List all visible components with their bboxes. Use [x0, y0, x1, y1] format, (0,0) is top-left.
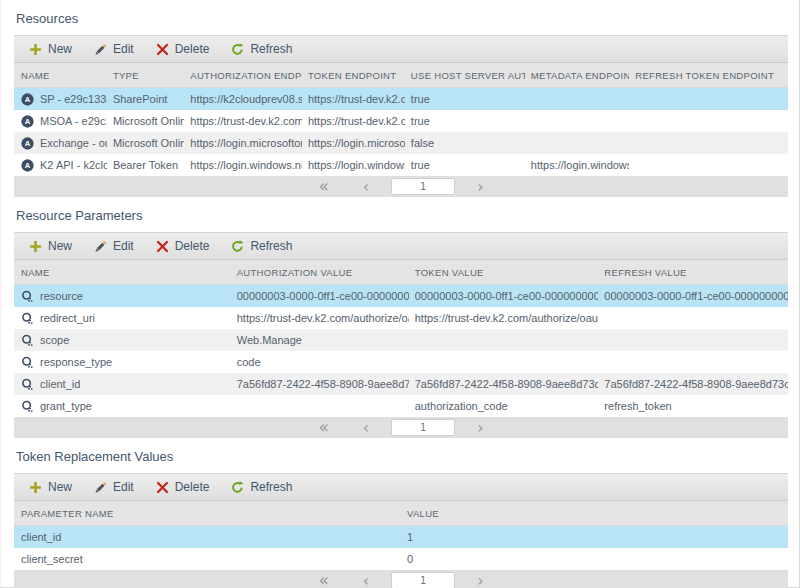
- refresh-button-label: Refresh: [250, 480, 292, 494]
- table-cell: https://login.windows...: [302, 159, 405, 171]
- token-replacement-values-table-header: PARAMETER NAMEVALUE: [14, 501, 788, 526]
- table-row[interactable]: response_typecode: [14, 351, 788, 373]
- edit-button[interactable]: Edit: [83, 36, 145, 62]
- delete-button[interactable]: Delete: [145, 233, 221, 259]
- resources-table-header: NAMETYPEAUTHORIZATION ENDPOI...TOKEN END…: [14, 63, 788, 88]
- refresh-icon: [231, 481, 244, 494]
- parameter-icon: [21, 312, 34, 325]
- refresh-button[interactable]: Refresh: [220, 36, 303, 62]
- pager-first-page-button[interactable]: «: [300, 419, 344, 436]
- column-header[interactable]: NAME: [14, 267, 231, 278]
- table-cell: true: [405, 115, 525, 127]
- column-header[interactable]: AUTHORIZATION VALUE: [231, 267, 409, 278]
- parameter-icon: [21, 400, 34, 413]
- table-row[interactable]: resource00000003-0000-0ff1-ce00-00000000…: [14, 285, 788, 307]
- pager-previous-page-button[interactable]: ‹: [345, 573, 387, 588]
- refresh-button-label: Refresh: [250, 42, 292, 56]
- delete-button-label: Delete: [175, 42, 210, 56]
- column-header[interactable]: METADATA ENDPOINT: [525, 70, 629, 81]
- refresh-button-label: Refresh: [250, 239, 292, 253]
- column-header[interactable]: USE HOST SERVER AUTH...: [405, 70, 525, 81]
- parameter-icon: [21, 334, 34, 347]
- table-cell: resource: [14, 290, 231, 303]
- new-button[interactable]: New: [18, 36, 83, 62]
- pager-next-page-button[interactable]: ›: [459, 420, 501, 436]
- token-replacement-values-table: NewEditDeleteRefresh PARAMETER NAMEVALUE…: [14, 473, 788, 588]
- new-button[interactable]: New: [18, 233, 83, 259]
- table-cell: 7a56fd87-2422-4f58-8908-9aee8d73cc9a: [231, 378, 409, 390]
- row-name: client_id: [40, 378, 80, 390]
- pager-previous-page-button[interactable]: ‹: [345, 420, 387, 436]
- table-cell: authorization_code: [409, 400, 599, 412]
- table-row[interactable]: AK2 API - k2clou...Bearer Tokenhttps://l…: [14, 154, 788, 176]
- table-cell: response_type: [14, 356, 231, 369]
- table-row[interactable]: redirect_urihttps://trust-dev.k2.com/aut…: [14, 307, 788, 329]
- pager-previous-page-button[interactable]: ‹: [345, 179, 387, 195]
- column-header[interactable]: TOKEN ENDPOINT: [302, 70, 405, 81]
- resource-parameters-table-header: NAMEAUTHORIZATION VALUETOKEN VALUEREFRES…: [14, 260, 788, 285]
- table-cell: AMSOA - e29c13...: [14, 115, 107, 128]
- edit-button[interactable]: Edit: [83, 474, 145, 500]
- table-row[interactable]: grant_typeauthorization_coderefresh_toke…: [14, 395, 788, 417]
- new-button-label: New: [48, 480, 72, 494]
- edit-button-label: Edit: [113, 239, 134, 253]
- refresh-button[interactable]: Refresh: [220, 233, 303, 259]
- row-name: grant_type: [40, 400, 92, 412]
- pager-next-page-button[interactable]: ›: [459, 179, 501, 195]
- table-cell: Bearer Token: [107, 159, 184, 171]
- delete-x-icon: [156, 481, 169, 494]
- table-cell: 0: [401, 553, 788, 565]
- pencil-icon: [94, 240, 107, 253]
- table-row[interactable]: AMSOA - e29c13...Microsoft Onlin...https…: [14, 110, 788, 132]
- delete-button-label: Delete: [175, 480, 210, 494]
- edit-button[interactable]: Edit: [83, 233, 145, 259]
- plus-icon: [29, 43, 42, 56]
- pager-current-page: 1: [391, 419, 455, 436]
- delete-x-icon: [156, 240, 169, 253]
- delete-button[interactable]: Delete: [145, 474, 221, 500]
- table-row[interactable]: client_id1: [14, 526, 788, 548]
- column-header[interactable]: REFRESH TOKEN ENDPOINT: [629, 70, 788, 81]
- pager-first-page-button[interactable]: «: [300, 178, 344, 195]
- table-row[interactable]: ASP - e29c1336-5...SharePointhttps://k2c…: [14, 88, 788, 110]
- table-cell: https://trust-dev.k2.c...: [302, 115, 405, 127]
- table-cell: https://k2cloudprev08.sh...: [184, 93, 302, 105]
- column-header[interactable]: VALUE: [401, 508, 788, 519]
- delete-button[interactable]: Delete: [145, 36, 221, 62]
- table-cell: 1: [401, 531, 788, 543]
- column-header[interactable]: REFRESH VALUE: [598, 267, 788, 278]
- table-cell: https://login.microsof...: [302, 137, 405, 149]
- parameter-icon: [21, 378, 34, 391]
- pager-current-page: 1: [391, 572, 455, 588]
- oauth-resources-admin-page: Resources NewEditDeleteRefresh NAMETYPEA…: [0, 0, 800, 588]
- section-title-resources: Resources: [14, 0, 788, 35]
- table-row[interactable]: AExchange - outl...Microsoft Onlinehttps…: [14, 132, 788, 154]
- svg-text:A: A: [25, 117, 31, 126]
- table-cell: Web.Manage: [231, 334, 409, 346]
- edit-button-label: Edit: [113, 42, 134, 56]
- row-name: Exchange - outl...: [40, 137, 107, 149]
- column-header[interactable]: TOKEN VALUE: [409, 267, 599, 278]
- table-cell: 7a56fd87-2422-4f58-8908-9aee8d73cc9a@e2.…: [598, 378, 788, 390]
- new-button-label: New: [48, 42, 72, 56]
- token-replacement-values-toolbar: NewEditDeleteRefresh: [14, 473, 788, 501]
- table-cell: grant_type: [14, 400, 231, 413]
- column-header[interactable]: AUTHORIZATION ENDPOI...: [184, 70, 302, 81]
- refresh-button[interactable]: Refresh: [220, 474, 303, 500]
- column-header[interactable]: TYPE: [107, 70, 184, 81]
- parameter-icon: [21, 290, 34, 303]
- table-row[interactable]: client_secret0: [14, 548, 788, 570]
- pager-current-page: 1: [391, 178, 455, 195]
- pager-next-page-button[interactable]: ›: [459, 573, 501, 588]
- table-cell: https://trust-dev.k2.com/...: [184, 115, 302, 127]
- table-cell: 00000003-0000-0ff1-ce00-000000000000/k2c…: [231, 290, 409, 302]
- row-name: redirect_uri: [40, 312, 95, 324]
- new-button[interactable]: New: [18, 474, 83, 500]
- column-header[interactable]: PARAMETER NAME: [14, 508, 401, 519]
- table-row[interactable]: scopeWeb.Manage: [14, 329, 788, 351]
- table-row[interactable]: client_id7a56fd87-2422-4f58-8908-9aee8d7…: [14, 373, 788, 395]
- table-cell: https://login.windows.net...: [184, 159, 302, 171]
- pager-first-page-button[interactable]: «: [300, 572, 344, 588]
- column-header[interactable]: NAME: [14, 70, 107, 81]
- table-cell: SharePoint: [107, 93, 184, 105]
